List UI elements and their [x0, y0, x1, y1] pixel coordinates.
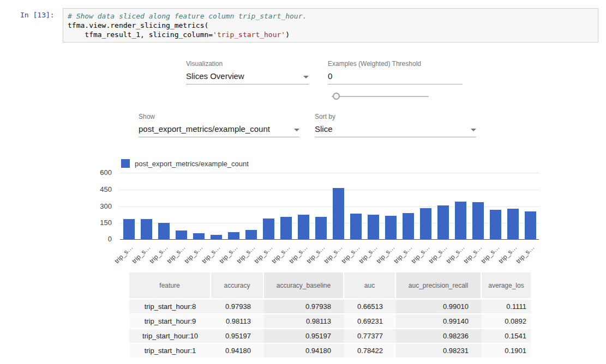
column-header[interactable]: accuracy_baseline	[264, 272, 344, 300]
threshold-slider[interactable]	[332, 92, 429, 100]
code-text: )	[285, 31, 290, 39]
metric-cell: 0.99140	[396, 314, 482, 329]
column-header[interactable]: accuracy	[211, 272, 264, 300]
y-tick-label: 300	[100, 202, 112, 210]
metric-cell: 0.69231	[344, 314, 396, 329]
y-tick-label: 0	[108, 235, 112, 243]
metrics-table-body: trip_start_hour:80.979380.979380.665130.…	[129, 300, 531, 359]
column-header[interactable]: feature	[129, 272, 211, 300]
feature-cell: trip_start_hour:10	[129, 329, 211, 344]
chevron-down-icon	[471, 129, 476, 131]
chart-bar[interactable]	[525, 211, 536, 240]
x-tick-label: trip_s…	[497, 244, 518, 265]
chevron-down-icon	[303, 76, 309, 78]
chart-bar[interactable]	[193, 233, 205, 240]
x-tick-label: trip_s…	[130, 244, 152, 265]
threshold-label: Examples (Weighted) Threshold	[328, 60, 463, 68]
show-label: Show	[139, 113, 299, 120]
table-row: trip_start_hour:90.981130.981130.692310.…	[129, 314, 531, 329]
sort-by-label: Sort by	[315, 113, 476, 120]
chart-bar[interactable]	[507, 209, 519, 240]
feature-cell: trip_start_hour:9	[129, 314, 211, 329]
metric-cell: 0.66513	[344, 300, 396, 314]
metric-cell: 0.1541	[482, 329, 531, 344]
slider-thumb[interactable]	[333, 93, 340, 100]
y-tick-label: 450	[100, 185, 112, 193]
column-header[interactable]: auc	[344, 272, 396, 300]
metric-cell: 0.1111	[482, 300, 531, 314]
metric-cell: 0.77377	[344, 329, 396, 344]
chart-bar[interactable]	[280, 217, 292, 240]
x-tick-label: trip_s…	[235, 244, 256, 265]
chart-bar[interactable]	[350, 214, 362, 240]
chart-bar[interactable]	[263, 219, 274, 240]
table-row: trip_start_hour:80.979380.979380.665130.…	[129, 300, 531, 314]
metric-cell: 0.78422	[344, 344, 396, 359]
code-text: tfma_result_1, slicing_column=	[68, 31, 213, 39]
chart-bar[interactable]	[176, 230, 187, 240]
feature-cell: trip_start_hour:8	[129, 300, 211, 314]
chart-bar[interactable]	[403, 213, 414, 240]
x-tick-label: trip_s…	[445, 244, 466, 265]
x-tick-label: trip_s…	[340, 244, 361, 265]
x-tick-label: trip_s…	[375, 244, 396, 265]
chart-bar[interactable]	[472, 202, 484, 240]
chart-bar[interactable]	[437, 205, 449, 240]
metric-cell: 0.97938	[264, 300, 344, 314]
x-tick-label: trip_s…	[305, 244, 326, 265]
metric-cell: 0.99010	[396, 300, 482, 314]
legend-swatch	[121, 159, 130, 168]
feature-cell: trip_start_hour:1	[129, 344, 211, 359]
x-tick-label: trip_s…	[113, 244, 134, 265]
x-tick-label: trip_s…	[218, 244, 239, 265]
chart-bar[interactable]	[490, 210, 501, 240]
visualization-value: Slices Overview	[186, 71, 244, 81]
code-comment: # Show data sliced along feature column …	[68, 12, 307, 20]
x-tick-label: trip_s…	[322, 244, 344, 265]
metric-cell: 0.95197	[211, 329, 264, 344]
chevron-down-icon	[294, 129, 299, 131]
chart-bar[interactable]	[385, 216, 397, 240]
jupyter-notebook: In [13]: # Show data sliced along featur…	[0, 0, 606, 364]
column-header[interactable]: average_los	[482, 272, 531, 300]
chart-bar[interactable]	[158, 223, 170, 240]
x-tick-label: trip_s…	[183, 244, 204, 265]
visualization-select[interactable]: Visualization Slices Overview	[186, 60, 309, 84]
metric-cell: 0.97938	[211, 300, 264, 314]
chart-bar[interactable]	[228, 232, 239, 240]
code-line: # Show data sliced along feature column …	[68, 11, 593, 21]
chart-bar[interactable]	[455, 202, 466, 240]
code-line: tfma.view.render_slicing_metrics(	[68, 21, 593, 30]
chart-bar[interactable]	[420, 208, 431, 240]
chart-bar[interactable]	[368, 215, 379, 240]
chart-plot	[120, 173, 539, 240]
chart-bar[interactable]	[298, 215, 309, 240]
chart-bar[interactable]	[245, 230, 257, 240]
sort-by-value: Slice	[315, 124, 333, 134]
column-header[interactable]: auc_precision_recall	[396, 272, 482, 300]
metric-cell: 0.94180	[264, 344, 344, 359]
x-tick-label: trip_s…	[462, 244, 483, 265]
chart-bar[interactable]	[315, 217, 327, 240]
show-select[interactable]: Show post_export_metrics/example_count	[139, 113, 299, 137]
sort-by-select[interactable]: Sort by Slice	[315, 113, 476, 137]
legend-label: post_export_metrics/example_count	[135, 160, 249, 168]
threshold-input[interactable]: 0	[328, 71, 332, 81]
x-tick-label: trip_s…	[200, 244, 221, 265]
metrics-table-head-row: featureaccuracyaccuracy_baselineaucauc_p…	[129, 272, 531, 300]
slider-track[interactable]	[332, 96, 429, 97]
x-tick-label: trip_s…	[410, 244, 431, 265]
chart-bar[interactable]	[123, 219, 135, 240]
x-tick-label: trip_s…	[287, 244, 309, 265]
chart-y-axis: 0150300450600	[82, 173, 112, 245]
chart-legend: post_export_metrics/example_count	[121, 159, 249, 168]
chart-bar[interactable]	[141, 219, 152, 240]
metric-cell: 0.98236	[396, 329, 482, 344]
chart-bar[interactable]	[333, 188, 344, 240]
chart-bar[interactable]	[211, 235, 222, 240]
code-cell-input[interactable]: # Show data sliced along feature column …	[63, 8, 598, 43]
metric-cell: 0.98113	[264, 314, 344, 329]
metric-cell: 0.94180	[211, 344, 264, 359]
metric-cell: 0.98231	[396, 344, 482, 359]
metric-cell: 0.1901	[482, 344, 531, 359]
